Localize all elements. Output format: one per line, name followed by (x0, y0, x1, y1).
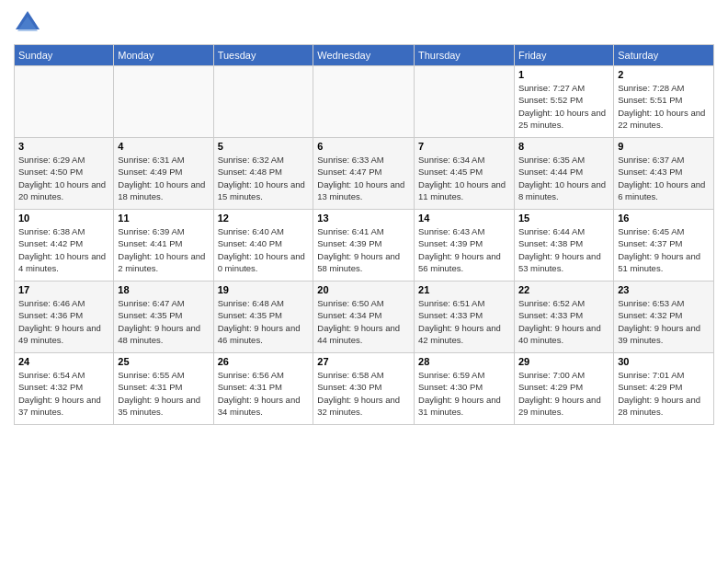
day-number: 20 (317, 284, 410, 295)
day-info: Sunrise: 6:53 AM Sunset: 4:32 PM Dayligh… (618, 297, 710, 346)
calendar-week-3: 17Sunrise: 6:46 AM Sunset: 4:36 PM Dayli… (15, 282, 714, 353)
calendar-cell: 10Sunrise: 6:38 AM Sunset: 4:42 PM Dayli… (15, 210, 114, 282)
header-wednesday: Wednesday (313, 45, 415, 66)
day-info: Sunrise: 6:54 AM Sunset: 4:32 PM Dayligh… (18, 369, 109, 418)
calendar-cell: 6Sunrise: 6:33 AM Sunset: 4:47 PM Daylig… (313, 138, 415, 210)
day-number: 7 (418, 141, 510, 152)
day-number: 26 (218, 356, 310, 367)
day-info: Sunrise: 6:46 AM Sunset: 4:36 PM Dayligh… (18, 297, 109, 346)
calendar-cell: 1Sunrise: 7:27 AM Sunset: 5:52 PM Daylig… (514, 66, 613, 138)
day-number: 13 (317, 213, 410, 224)
calendar-week-4: 24Sunrise: 6:54 AM Sunset: 4:32 PM Dayli… (15, 353, 714, 425)
day-number: 15 (518, 213, 609, 224)
calendar-header-row: Sunday Monday Tuesday Wednesday Thursday… (15, 45, 714, 66)
header-sunday: Sunday (15, 45, 114, 66)
day-info: Sunrise: 6:37 AM Sunset: 4:43 PM Dayligh… (618, 154, 710, 202)
day-info: Sunrise: 7:28 AM Sunset: 5:51 PM Dayligh… (618, 82, 710, 131)
day-number: 14 (418, 213, 510, 224)
calendar-cell: 29Sunrise: 7:00 AM Sunset: 4:29 PM Dayli… (514, 353, 613, 425)
calendar-cell: 21Sunrise: 6:51 AM Sunset: 4:33 PM Dayli… (415, 282, 515, 353)
calendar-cell: 16Sunrise: 6:45 AM Sunset: 4:37 PM Dayli… (614, 210, 714, 282)
day-info: Sunrise: 6:56 AM Sunset: 4:31 PM Dayligh… (218, 369, 310, 418)
day-info: Sunrise: 6:39 AM Sunset: 4:41 PM Dayligh… (118, 225, 209, 274)
calendar-cell: 22Sunrise: 6:52 AM Sunset: 4:33 PM Dayli… (514, 282, 613, 353)
calendar-week-1: 3Sunrise: 6:29 AM Sunset: 4:50 PM Daylig… (15, 138, 714, 210)
calendar-cell: 5Sunrise: 6:32 AM Sunset: 4:48 PM Daylig… (213, 138, 313, 210)
day-info: Sunrise: 6:35 AM Sunset: 4:44 PM Dayligh… (518, 154, 609, 202)
header-thursday: Thursday (415, 45, 515, 66)
day-number: 3 (18, 141, 109, 152)
calendar-cell: 13Sunrise: 6:41 AM Sunset: 4:39 PM Dayli… (313, 210, 415, 282)
day-info: Sunrise: 6:45 AM Sunset: 4:37 PM Dayligh… (618, 225, 710, 274)
day-number: 6 (317, 141, 410, 152)
header-monday: Monday (114, 45, 213, 66)
day-info: Sunrise: 6:44 AM Sunset: 4:38 PM Dayligh… (518, 225, 609, 274)
calendar-cell: 11Sunrise: 6:39 AM Sunset: 4:41 PM Dayli… (114, 210, 213, 282)
page: Sunday Monday Tuesday Wednesday Thursday… (0, 0, 728, 563)
day-info: Sunrise: 6:50 AM Sunset: 4:34 PM Dayligh… (317, 297, 410, 346)
day-info: Sunrise: 6:43 AM Sunset: 4:39 PM Dayligh… (418, 225, 510, 274)
day-number: 23 (618, 284, 710, 295)
day-number: 2 (618, 69, 710, 80)
day-number: 28 (418, 356, 510, 367)
day-number: 27 (317, 356, 410, 367)
day-number: 21 (418, 284, 510, 295)
header (14, 9, 714, 37)
day-number: 24 (18, 356, 109, 367)
day-number: 17 (18, 284, 109, 295)
calendar-cell (213, 66, 313, 138)
day-number: 25 (118, 356, 209, 367)
calendar-cell (313, 66, 415, 138)
day-info: Sunrise: 6:34 AM Sunset: 4:45 PM Dayligh… (418, 154, 510, 202)
day-number: 12 (218, 213, 310, 224)
calendar-cell: 15Sunrise: 6:44 AM Sunset: 4:38 PM Dayli… (514, 210, 613, 282)
day-info: Sunrise: 6:33 AM Sunset: 4:47 PM Dayligh… (317, 154, 410, 202)
calendar-cell: 28Sunrise: 6:59 AM Sunset: 4:30 PM Dayli… (415, 353, 515, 425)
day-info: Sunrise: 6:55 AM Sunset: 4:31 PM Dayligh… (118, 369, 209, 418)
calendar-cell: 26Sunrise: 6:56 AM Sunset: 4:31 PM Dayli… (213, 353, 313, 425)
calendar-cell: 27Sunrise: 6:58 AM Sunset: 4:30 PM Dayli… (313, 353, 415, 425)
calendar-cell (415, 66, 515, 138)
day-number: 16 (618, 213, 710, 224)
day-number: 1 (518, 69, 609, 80)
day-info: Sunrise: 6:59 AM Sunset: 4:30 PM Dayligh… (418, 369, 510, 418)
calendar-week-2: 10Sunrise: 6:38 AM Sunset: 4:42 PM Dayli… (15, 210, 714, 282)
day-info: Sunrise: 6:41 AM Sunset: 4:39 PM Dayligh… (317, 225, 410, 274)
calendar-cell: 3Sunrise: 6:29 AM Sunset: 4:50 PM Daylig… (15, 138, 114, 210)
day-number: 19 (218, 284, 310, 295)
day-info: Sunrise: 6:29 AM Sunset: 4:50 PM Dayligh… (18, 154, 109, 202)
calendar-cell: 24Sunrise: 6:54 AM Sunset: 4:32 PM Dayli… (15, 353, 114, 425)
day-info: Sunrise: 7:00 AM Sunset: 4:29 PM Dayligh… (518, 369, 609, 418)
day-info: Sunrise: 6:40 AM Sunset: 4:40 PM Dayligh… (218, 225, 310, 274)
day-number: 29 (518, 356, 609, 367)
day-number: 11 (118, 213, 209, 224)
calendar-cell: 20Sunrise: 6:50 AM Sunset: 4:34 PM Dayli… (313, 282, 415, 353)
calendar-cell: 12Sunrise: 6:40 AM Sunset: 4:40 PM Dayli… (213, 210, 313, 282)
day-info: Sunrise: 6:52 AM Sunset: 4:33 PM Dayligh… (518, 297, 609, 346)
calendar-cell: 4Sunrise: 6:31 AM Sunset: 4:49 PM Daylig… (114, 138, 213, 210)
day-info: Sunrise: 6:51 AM Sunset: 4:33 PM Dayligh… (418, 297, 510, 346)
day-number: 8 (518, 141, 609, 152)
calendar-cell: 30Sunrise: 7:01 AM Sunset: 4:29 PM Dayli… (614, 353, 714, 425)
day-info: Sunrise: 6:58 AM Sunset: 4:30 PM Dayligh… (317, 369, 410, 418)
day-number: 9 (618, 141, 710, 152)
day-info: Sunrise: 6:38 AM Sunset: 4:42 PM Dayligh… (18, 225, 109, 274)
day-number: 30 (618, 356, 710, 367)
calendar-cell: 18Sunrise: 6:47 AM Sunset: 4:35 PM Dayli… (114, 282, 213, 353)
calendar-cell: 7Sunrise: 6:34 AM Sunset: 4:45 PM Daylig… (415, 138, 515, 210)
logo (14, 9, 45, 37)
header-tuesday: Tuesday (213, 45, 313, 66)
calendar-cell: 9Sunrise: 6:37 AM Sunset: 4:43 PM Daylig… (614, 138, 714, 210)
calendar-cell (15, 66, 114, 138)
day-info: Sunrise: 6:48 AM Sunset: 4:35 PM Dayligh… (218, 297, 310, 346)
calendar-cell: 2Sunrise: 7:28 AM Sunset: 5:51 PM Daylig… (614, 66, 714, 138)
day-number: 18 (118, 284, 209, 295)
day-info: Sunrise: 6:47 AM Sunset: 4:35 PM Dayligh… (118, 297, 209, 346)
calendar-cell: 19Sunrise: 6:48 AM Sunset: 4:35 PM Dayli… (213, 282, 313, 353)
calendar-cell (114, 66, 213, 138)
header-saturday: Saturday (614, 45, 714, 66)
day-info: Sunrise: 7:27 AM Sunset: 5:52 PM Dayligh… (518, 82, 609, 131)
day-number: 22 (518, 284, 609, 295)
day-number: 10 (18, 213, 109, 224)
day-number: 4 (118, 141, 209, 152)
